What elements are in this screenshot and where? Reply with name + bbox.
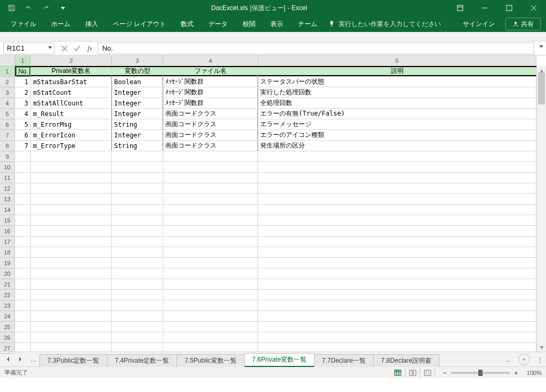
- row-header-10[interactable]: 10: [0, 162, 14, 173]
- share-button[interactable]: 共有: [505, 18, 541, 30]
- cell-type[interactable]: Integer: [112, 109, 163, 119]
- tab-team[interactable]: チーム: [291, 16, 325, 32]
- tell-me-search[interactable]: 実行したい作業を入力してください: [328, 20, 441, 29]
- header-type[interactable]: 変数の型: [112, 67, 163, 76]
- cell-desc[interactable]: エラーの有無(True/False): [258, 109, 536, 119]
- row-header-2[interactable]: 2: [0, 77, 14, 87]
- header-desc[interactable]: 説明: [258, 67, 536, 76]
- tab-review[interactable]: 校閲: [235, 16, 263, 32]
- save-button[interactable]: [4, 1, 19, 15]
- minimize-button[interactable]: [472, 0, 497, 16]
- cell-no[interactable]: 4: [15, 109, 31, 119]
- cell-type[interactable]: Integer: [112, 130, 163, 140]
- row-header-24[interactable]: 24: [0, 311, 14, 322]
- cell-no[interactable]: 2: [15, 87, 31, 97]
- row-header-26[interactable]: 26: [0, 332, 14, 343]
- col-header-3[interactable]: 3: [112, 55, 163, 66]
- formula-expand-icon[interactable]: [539, 45, 543, 48]
- sheet-more-left[interactable]: ...: [28, 356, 39, 363]
- row-header-14[interactable]: 14: [0, 205, 14, 215]
- row-header-22[interactable]: 22: [0, 290, 14, 300]
- row-header-17[interactable]: 17: [0, 236, 14, 247]
- cell-type[interactable]: String: [112, 141, 163, 151]
- row-header-16[interactable]: 16: [0, 226, 14, 236]
- insert-function-button[interactable]: fx: [84, 44, 95, 53]
- row-header-13[interactable]: 13: [0, 194, 14, 205]
- cell-desc[interactable]: ステータスバーの状態: [258, 77, 536, 87]
- cell-type[interactable]: Integer: [112, 98, 163, 108]
- cell-no[interactable]: 5: [15, 119, 31, 129]
- sheet-tab[interactable]: 7.6Private変数一覧: [244, 353, 315, 367]
- cell-file[interactable]: 画面コードクラス: [163, 130, 258, 140]
- scroll-down-icon[interactable]: ▾: [537, 343, 546, 352]
- sheet-tab[interactable]: 7.7Declare一覧: [314, 354, 374, 367]
- maximize-button[interactable]: [497, 0, 521, 16]
- zoom-in-button[interactable]: +: [512, 369, 520, 377]
- close-button[interactable]: [521, 0, 546, 16]
- cell-file[interactable]: 画面コードクラス: [163, 141, 258, 151]
- tab-insert[interactable]: 挿入: [78, 16, 106, 32]
- new-sheet-button[interactable]: +: [518, 354, 530, 365]
- view-page-break-button[interactable]: [421, 368, 435, 378]
- tab-file[interactable]: ファイル: [3, 16, 44, 32]
- vertical-scrollbar[interactable]: ▴ ▾: [536, 66, 546, 352]
- cell-var-name[interactable]: mStatusBarStat: [31, 77, 112, 87]
- tab-page-layout[interactable]: ページ レイアウト: [106, 16, 173, 32]
- sheet-tab[interactable]: 7.4Private定数一覧: [107, 354, 177, 367]
- cancel-formula-button[interactable]: [59, 43, 70, 54]
- row-header-3[interactable]: 3: [0, 87, 14, 98]
- col-header-4[interactable]: 4: [163, 55, 258, 66]
- cell-desc[interactable]: 実行した処理回数: [258, 87, 536, 97]
- worksheet-grid[interactable]: 1 2 3 4 5 123456789101112131415161718192…: [0, 55, 546, 352]
- col-header-5[interactable]: 5: [258, 55, 536, 66]
- view-normal-button[interactable]: [391, 368, 405, 378]
- row-header-25[interactable]: 25: [0, 322, 14, 332]
- cell-file[interactable]: ﾒｯｾｰｼﾞ関数群: [163, 77, 258, 87]
- cell-var-name[interactable]: m_ErrorType: [31, 141, 112, 151]
- row-header-15[interactable]: 15: [0, 215, 14, 226]
- row-header-7[interactable]: 7: [0, 130, 14, 141]
- sign-in-link[interactable]: サインイン: [457, 20, 500, 29]
- header-no[interactable]: No.: [15, 67, 31, 76]
- col-header-1[interactable]: 1: [15, 55, 31, 66]
- view-page-layout-button[interactable]: [406, 368, 420, 378]
- name-box[interactable]: R1C1: [3, 43, 54, 54]
- row-header-19[interactable]: 19: [0, 258, 14, 268]
- cell-desc[interactable]: 全処理回数: [258, 98, 536, 108]
- zoom-slider[interactable]: [451, 372, 510, 374]
- cell-var-name[interactable]: mStatCount: [31, 87, 112, 97]
- ribbon-display-options[interactable]: [448, 0, 472, 16]
- cell-no[interactable]: 7: [15, 141, 31, 151]
- enter-formula-button[interactable]: [71, 43, 83, 54]
- row-header-1[interactable]: 1: [0, 66, 14, 77]
- cell-no[interactable]: 3: [15, 98, 31, 108]
- sheet-nav-next[interactable]: [14, 354, 26, 365]
- tab-home[interactable]: ホーム: [44, 16, 78, 32]
- select-all-corner[interactable]: [0, 55, 15, 66]
- row-header-18[interactable]: 18: [0, 247, 14, 258]
- row-header-20[interactable]: 20: [0, 268, 14, 279]
- cell-no[interactable]: 6: [15, 130, 31, 140]
- row-header-9[interactable]: 9: [0, 151, 14, 162]
- row-header-27[interactable]: 27: [0, 343, 14, 354]
- cells-area[interactable]: No. Private変数名 変数の型 ファイル名 説明 1mStatusBar…: [15, 66, 536, 352]
- sheet-nav-prev[interactable]: [2, 354, 14, 365]
- qat-customize[interactable]: [55, 1, 70, 15]
- undo-button[interactable]: [21, 1, 36, 15]
- name-box-dropdown-icon[interactable]: [48, 46, 52, 49]
- cell-desc[interactable]: 発生場所の区分: [258, 141, 536, 151]
- row-header-12[interactable]: 12: [0, 183, 14, 194]
- header-file[interactable]: ファイル名: [163, 67, 258, 76]
- zoom-out-button[interactable]: −: [440, 369, 449, 377]
- cell-var-name[interactable]: mStatAllCount: [31, 98, 112, 108]
- tab-scroll-menu[interactable]: ⋮: [534, 356, 546, 363]
- header-var-name[interactable]: Private変数名: [31, 67, 112, 76]
- sheet-tab[interactable]: 7.5Public変数一覧: [176, 354, 244, 367]
- cell-type[interactable]: Boolean: [112, 77, 163, 87]
- cell-file[interactable]: 画面コードクラス: [163, 119, 258, 129]
- cell-no[interactable]: 1: [15, 77, 31, 87]
- row-header-6[interactable]: 6: [0, 119, 14, 130]
- row-header-8[interactable]: 8: [0, 141, 14, 151]
- cell-var-name[interactable]: m_ErrorMsg: [31, 119, 112, 129]
- cell-var-name[interactable]: m_ErrorIcon: [31, 130, 112, 140]
